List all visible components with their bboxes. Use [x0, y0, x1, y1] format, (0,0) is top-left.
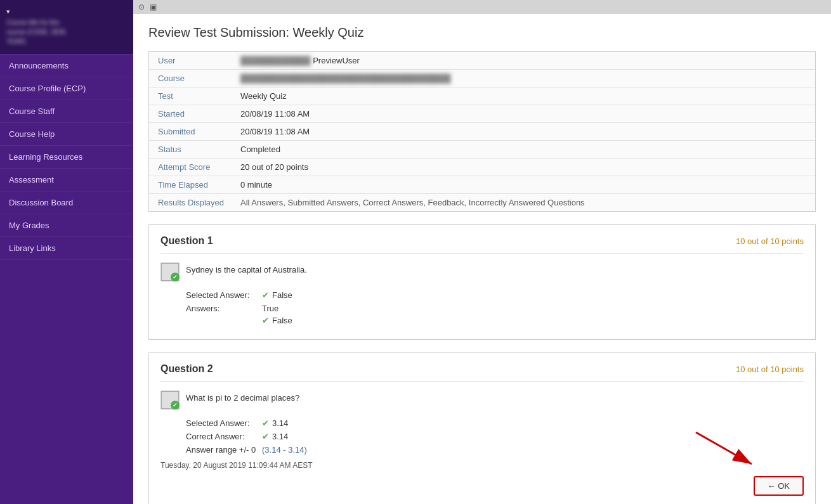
question-2-answer-range-label: Answer range +/- 0 [186, 445, 262, 455]
submission-info-box: User ████████████ PreviewUser Course ███… [148, 51, 816, 212]
user-value: ████████████ PreviewUser [240, 56, 360, 65]
sidebar-chevron[interactable]: ▾ [6, 8, 10, 16]
question-1-selected-answer-row: Selected Answer: ✔ False [186, 290, 804, 300]
question-2-correct-answer-label: Correct Answer: [186, 432, 262, 441]
info-row-submitted: Submitted 20/08/19 11:08 AM [149, 123, 815, 141]
status-label: Status [158, 145, 240, 154]
sidebar: ▾ Course title for thiscourse (CODE, SEM… [0, 0, 133, 504]
question-2-title: Question 2 [160, 363, 213, 375]
started-value: 20/08/19 11:08 AM [240, 109, 310, 119]
sidebar-item-discussion-board[interactable]: Discussion Board [0, 191, 133, 214]
attempt-score-value: 20 out of 20 points [240, 162, 308, 172]
page-title: Review Test Submission: Weekly Quiz [148, 25, 816, 40]
sidebar-item-announcements[interactable]: Announcements [0, 55, 133, 77]
course-value: ████████████████████████████████████ [240, 74, 451, 83]
check-icon-q2: ✔ [262, 418, 269, 428]
question-1-selected-answer-label: Selected Answer: [186, 290, 262, 300]
question-1-section: Question 1 10 out of 10 points ✓ Sydney … [148, 224, 816, 340]
ok-area: ← OK [160, 476, 804, 496]
question-2-answers: Selected Answer: ✔ 3.14 Correct Answer: … [186, 418, 804, 455]
correct-check-icon-q2: ✔ [262, 432, 269, 441]
sidebar-item-course-help[interactable]: Course Help [0, 123, 133, 146]
question-2-answer-range-value: (3.14 - 3.14) [262, 445, 307, 455]
test-value: Weekly Quiz [240, 91, 287, 101]
question-2-header: Question 2 10 out of 10 points [160, 363, 804, 382]
question-1-answers: Selected Answer: ✔ False Answers: True ✔ [186, 290, 804, 325]
topbar-icon2[interactable]: ▣ [150, 3, 157, 11]
question-2-correct-answer-row: Correct Answer: ✔ 3.14 [186, 432, 804, 441]
question-2-selected-answer-row: Selected Answer: ✔ 3.14 [186, 418, 804, 428]
sidebar-item-learning-resources[interactable]: Learning Resources [0, 146, 133, 169]
submitted-value: 20/08/19 11:08 AM [240, 127, 310, 136]
user-label: User [158, 56, 240, 65]
results-displayed-label: Results Displayed [158, 198, 240, 207]
sidebar-nav: Announcements Course Profile (ECP) Cours… [0, 55, 133, 504]
question-1-icon: ✓ [160, 262, 180, 281]
question-2-correct-badge: ✓ [171, 401, 180, 410]
question-1-answers-label: Answers: [186, 304, 262, 325]
course-label: Course [158, 74, 240, 83]
question-2-selected-item: ✔ 3.14 [262, 418, 288, 428]
question-2-selected-answer-value: ✔ 3.14 [262, 418, 288, 428]
ok-button[interactable]: ← OK [754, 476, 804, 496]
sidebar-item-course-profile[interactable]: Course Profile (ECP) [0, 77, 133, 100]
info-row-test: Test Weekly Quiz [149, 87, 815, 105]
question-2-text: What is pi to 2 decimal places? [186, 391, 299, 403]
question-2-answer-range-row: Answer range +/- 0 (3.14 - 3.14) [186, 445, 804, 455]
question-2-selected-answer-label: Selected Answer: [186, 418, 262, 428]
sidebar-item-course-staff[interactable]: Course Staff [0, 100, 133, 123]
correct-check-icon: ✔ [262, 316, 269, 325]
question-1-answers-value: True ✔ False [262, 304, 292, 325]
submitted-label: Submitted [158, 127, 240, 136]
info-row-time-elapsed: Time Elapsed 0 minute [149, 176, 815, 194]
question-2-points: 10 out of 10 points [736, 365, 804, 374]
sidebar-header: ▾ Course title for thiscourse (CODE, SEM… [0, 0, 133, 55]
test-label: Test [158, 91, 240, 101]
question-1-correct-badge: ✓ [171, 273, 180, 281]
sidebar-item-assessment[interactable]: Assessment [0, 169, 133, 191]
info-row-started: Started 20/08/19 11:08 AM [149, 105, 815, 123]
info-row-status: Status Completed [149, 141, 815, 158]
topbar: ⊙ ▣ [133, 0, 831, 14]
check-icon: ✔ [262, 290, 269, 300]
info-row-course: Course █████████████████████████████████… [149, 70, 815, 87]
question-1-answers-row: Answers: True ✔ False [186, 304, 804, 325]
question-1-answer-true: True [262, 304, 292, 313]
topbar-icon1[interactable]: ⊙ [138, 3, 145, 11]
sidebar-course-title: Course title for thiscourse (CODE, SEM,Y… [6, 18, 127, 46]
question-1-text: Sydney is the capital of Australia. [186, 262, 307, 275]
question-1-answer-false: ✔ False [262, 316, 292, 325]
sidebar-item-library-links[interactable]: Library Links [0, 237, 133, 260]
question-1-selected-answer-value: ✔ False [262, 290, 292, 300]
question-1-selected-item: ✔ False [262, 290, 292, 300]
question-2-section: Question 2 10 out of 10 points ✓ What is… [148, 352, 816, 504]
question-1-points: 10 out of 10 points [736, 236, 804, 246]
results-displayed-value: All Answers, Submitted Answers, Correct … [240, 198, 585, 207]
question-2-icon: ✓ [160, 391, 180, 410]
question-1-title: Question 1 [160, 235, 213, 247]
started-label: Started [158, 109, 240, 119]
status-value: Completed [240, 145, 280, 154]
info-row-attempt-score: Attempt Score 20 out of 20 points [149, 158, 815, 176]
main-content: Review Test Submission: Weekly Quiz User… [133, 14, 831, 504]
question-1-header: Question 1 10 out of 10 points [160, 235, 804, 254]
question-2-correct-item: ✔ 3.14 [262, 432, 288, 441]
question-2-correct-answer-value: ✔ 3.14 [262, 432, 288, 441]
attempt-score-label: Attempt Score [158, 162, 240, 172]
question-2-body: ✓ What is pi to 2 decimal places? [160, 391, 804, 410]
submission-timestamp: Tuesday, 20 August 2019 11:09:44 AM AEST [160, 461, 804, 470]
info-row-user: User ████████████ PreviewUser [149, 52, 815, 70]
sidebar-item-my-grades[interactable]: My Grades [0, 214, 133, 237]
info-row-results-displayed: Results Displayed All Answers, Submitted… [149, 194, 815, 211]
question-1-body: ✓ Sydney is the capital of Australia. [160, 262, 804, 281]
time-elapsed-label: Time Elapsed [158, 180, 240, 190]
time-elapsed-value: 0 minute [240, 180, 272, 190]
